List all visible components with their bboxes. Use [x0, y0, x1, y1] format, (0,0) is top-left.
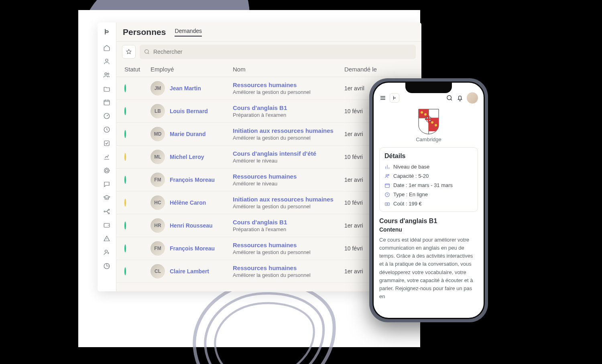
- avatar[interactable]: [467, 92, 478, 104]
- svg-point-15: [145, 50, 148, 53]
- course-title[interactable]: Initiation aux ressources humaines: [233, 127, 344, 134]
- employee-name[interactable]: Marie Durand: [170, 131, 205, 137]
- tab-demandes[interactable]: Demandes: [175, 28, 202, 37]
- svg-point-29: [387, 203, 388, 205]
- content-label: Contenu: [379, 226, 478, 233]
- course-title[interactable]: Cours d'anglais B1: [233, 219, 344, 226]
- app-logo-small: [392, 96, 397, 100]
- phone-topbar: [379, 92, 478, 104]
- status-dot: [124, 199, 126, 207]
- search-icon: [144, 49, 150, 55]
- employee-name[interactable]: Hélène Caron: [170, 199, 206, 206]
- phone-screen: Cambridge Détails Niveau de base Capacit…: [372, 81, 485, 319]
- detail-date: Date : 1er mars - 31 mars: [384, 181, 473, 190]
- capacity-icon: [384, 173, 390, 179]
- svg-point-19: [431, 121, 433, 124]
- course-title[interactable]: Cours d'anglais intensif d'été: [233, 150, 344, 157]
- employee-cell: FMFrançois Moreau: [150, 241, 233, 256]
- favorite-button[interactable]: [122, 45, 136, 59]
- svg-point-7: [104, 168, 109, 173]
- employee-cell: CLClaire Lambert: [150, 264, 233, 279]
- course-cell: Ressources humainesAméliorer la gestion …: [233, 242, 344, 255]
- detail-level: Niveau de base: [384, 162, 473, 171]
- calendar-icon[interactable]: [103, 99, 110, 106]
- course-cell: Initiation aux ressources humainesAmélio…: [233, 127, 344, 141]
- pie-icon[interactable]: [103, 262, 110, 270]
- employee-cell: HRHenri Rousseau: [150, 218, 233, 233]
- app-logo: [103, 28, 110, 35]
- gauge-icon[interactable]: [103, 112, 110, 120]
- course-cell: Cours d'anglais B1Préparation à l'examen: [233, 104, 344, 118]
- employee-cell: MLMichel Leroy: [150, 150, 233, 164]
- employee-name[interactable]: François Moreau: [170, 245, 215, 252]
- course-title[interactable]: Ressources humaines: [233, 264, 344, 271]
- course-title[interactable]: Ressources humaines: [233, 81, 344, 88]
- flow-icon[interactable]: [103, 208, 110, 215]
- user-icon[interactable]: [103, 58, 110, 65]
- svg-point-13: [105, 250, 108, 252]
- avatar: MD: [150, 127, 165, 141]
- search-field[interactable]: [140, 45, 416, 59]
- course-subtitle: Améliorer la gestion du personnel: [233, 89, 344, 95]
- employee-name[interactable]: Louis Bernard: [170, 108, 208, 114]
- svg-point-2: [108, 73, 109, 75]
- menu-icon[interactable]: [379, 94, 386, 102]
- svg-point-18: [424, 113, 427, 116]
- employee-cell: FMFrançois Moreau: [150, 173, 233, 187]
- svg-rect-23: [425, 118, 432, 120]
- course-subtitle: Améliorer le niveau: [233, 158, 344, 164]
- search-icon[interactable]: [446, 94, 453, 102]
- detail-type-text: Type : En ligne: [393, 191, 428, 197]
- course-title[interactable]: Ressources humaines: [233, 242, 344, 248]
- svg-point-24: [386, 174, 388, 176]
- level-icon: [384, 164, 390, 170]
- col-employee: Employé: [150, 66, 233, 73]
- course-cell: Cours d'anglais B1Préparation à l'examen: [233, 219, 344, 232]
- bell-icon[interactable]: [456, 94, 464, 102]
- svg-rect-26: [385, 183, 390, 187]
- course-subtitle: Améliorer le niveau: [233, 181, 344, 187]
- svg-point-17: [421, 111, 423, 114]
- clock-icon[interactable]: [103, 126, 110, 133]
- course-title[interactable]: Ressources humaines: [233, 173, 344, 180]
- course-subtitle: Améliorer la gestion du personnel: [233, 135, 344, 141]
- svg-rect-28: [385, 203, 390, 205]
- search-input[interactable]: [153, 49, 412, 55]
- col-name: Nom: [233, 66, 344, 73]
- employee-name[interactable]: Claire Lambert: [170, 268, 209, 275]
- chat-icon[interactable]: [103, 181, 110, 188]
- svg-point-1: [105, 73, 107, 75]
- avatar: CL: [150, 264, 165, 279]
- svg-rect-3: [104, 100, 110, 105]
- employee-name[interactable]: François Moreau: [170, 177, 215, 183]
- col-status: Statut: [124, 66, 150, 73]
- employee-cell: MDMarie Durand: [150, 127, 233, 141]
- course-subtitle: Préparation à l'examen: [233, 112, 344, 118]
- avatar: FM: [150, 241, 165, 256]
- person-add-icon[interactable]: [103, 249, 110, 256]
- avatar: JM: [150, 81, 165, 96]
- check-square-icon[interactable]: [103, 140, 110, 147]
- course-subtitle: Améliorer la gestion du personnel: [233, 203, 344, 209]
- course-title[interactable]: Initiation aux ressources humaines: [233, 196, 344, 203]
- svg-point-10: [108, 209, 110, 210]
- employee-name[interactable]: Jean Martin: [170, 85, 201, 92]
- svg-point-0: [106, 59, 108, 61]
- table-header: Statut Employé Nom Demandé le: [116, 62, 421, 77]
- org-name: Cambridge: [379, 136, 478, 142]
- employee-name[interactable]: Henri Rousseau: [170, 222, 213, 229]
- graduation-icon[interactable]: [103, 194, 110, 201]
- target-icon[interactable]: [103, 167, 110, 174]
- home-icon[interactable]: [103, 44, 110, 51]
- employee-name[interactable]: Michel Leroy: [170, 154, 204, 160]
- users-icon[interactable]: [103, 71, 110, 79]
- folder-icon[interactable]: [103, 85, 110, 92]
- course-title[interactable]: Cours d'anglais B1: [233, 104, 344, 111]
- alert-icon[interactable]: [103, 235, 110, 242]
- course-cell: Ressources humainesAméliorer le niveau: [233, 173, 344, 187]
- detail-cost-text: Coût : 199 €: [393, 201, 422, 207]
- course-title: Cours d'anglais B1: [379, 218, 478, 225]
- avatar: FM: [150, 173, 165, 187]
- chart-icon[interactable]: [103, 153, 110, 161]
- wallet-icon[interactable]: [103, 222, 110, 229]
